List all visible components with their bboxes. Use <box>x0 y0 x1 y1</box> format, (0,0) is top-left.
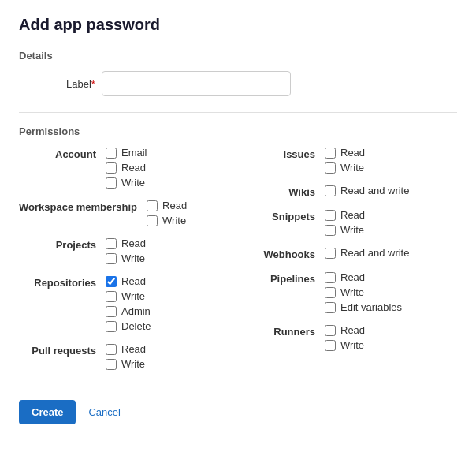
checkbox-label-projects-read[interactable]: Read <box>106 237 146 249</box>
checkbox-label-pipelines-write[interactable]: Write <box>325 286 402 298</box>
checkbox-text-projects-write: Write <box>121 252 145 264</box>
checkbox-repositories-write[interactable] <box>106 291 117 302</box>
checkbox-text-repositories-read: Read <box>121 275 146 287</box>
perm-group-label-webhooks: Webhooks <box>238 247 325 260</box>
checkbox-label-runners-read[interactable]: Read <box>325 324 365 336</box>
checkbox-text-account-read: Read <box>121 162 146 174</box>
checkbox-label-issues-read[interactable]: Read <box>325 147 365 159</box>
checkbox-label-workspace-read[interactable]: Read <box>147 200 187 211</box>
checkbox-pipelines-edit-variables[interactable] <box>325 302 336 313</box>
checkbox-text-projects-read: Read <box>121 237 146 249</box>
perm-checkboxes-webhooks: Read and write <box>325 247 409 259</box>
perm-checkboxes-account: EmailReadWrite <box>106 147 147 189</box>
checkbox-label-pipelines-edit-variables[interactable]: Edit variables <box>325 301 402 313</box>
perm-checkboxes-workspace-membership: ReadWrite <box>147 200 187 226</box>
perm-group-runners: RunnersReadWrite <box>238 324 457 351</box>
permissions-left-column: AccountEmailReadWriteWorkspace membershi… <box>19 147 238 381</box>
checkbox-text-wikis-read-write: Read and write <box>340 185 409 196</box>
checkbox-snippets-write[interactable] <box>325 225 336 236</box>
checkbox-label-repositories-delete[interactable]: Delete <box>106 320 151 332</box>
checkbox-repositories-admin[interactable] <box>106 306 117 317</box>
perm-checkboxes-pull-requests: ReadWrite <box>106 343 146 370</box>
checkbox-issues-write[interactable] <box>325 162 336 174</box>
checkbox-account-read[interactable] <box>106 162 117 174</box>
checkbox-label-issues-write[interactable]: Write <box>325 162 365 174</box>
checkbox-label-repositories-read[interactable]: Read <box>106 275 151 287</box>
perm-group-label-projects: Projects <box>19 237 106 251</box>
checkbox-pipelines-read[interactable] <box>325 272 336 283</box>
perm-group-label-pull-requests: Pull requests <box>19 343 106 357</box>
checkbox-account-email[interactable] <box>106 148 117 159</box>
checkbox-pullreq-write[interactable] <box>106 359 117 370</box>
checkbox-repositories-delete[interactable] <box>106 321 117 332</box>
checkbox-runners-write[interactable] <box>325 340 336 351</box>
checkbox-text-pipelines-read: Read <box>340 271 365 283</box>
checkbox-text-webhooks-read-write: Read and write <box>340 247 409 259</box>
perm-group-webhooks: WebhooksRead and write <box>238 247 457 260</box>
perm-checkboxes-issues: ReadWrite <box>325 147 365 174</box>
checkbox-label-snippets-read[interactable]: Read <box>325 209 365 221</box>
checkbox-label-pipelines-read[interactable]: Read <box>325 271 402 283</box>
checkbox-label-account-write[interactable]: Write <box>106 177 147 189</box>
perm-checkboxes-projects: ReadWrite <box>106 237 146 264</box>
page-title: Add app password <box>19 16 457 34</box>
perm-group-repositories: RepositoriesReadWriteAdminDelete <box>19 275 238 332</box>
checkbox-issues-read[interactable] <box>325 148 336 159</box>
checkbox-text-repositories-delete: Delete <box>121 320 151 332</box>
checkbox-text-issues-write: Write <box>340 162 364 174</box>
label-input[interactable] <box>102 71 291 96</box>
checkbox-account-write[interactable] <box>106 177 117 189</box>
checkbox-label-wikis-read-write[interactable]: Read and write <box>325 185 409 196</box>
checkbox-workspace-write[interactable] <box>147 215 158 226</box>
checkbox-label-snippets-write[interactable]: Write <box>325 224 365 236</box>
checkbox-label-account-email[interactable]: Email <box>106 147 147 159</box>
checkbox-text-pullreq-write: Write <box>121 358 145 370</box>
checkbox-label-workspace-write[interactable]: Write <box>147 215 187 226</box>
checkbox-wikis-read-write[interactable] <box>325 185 336 196</box>
checkbox-label-account-read[interactable]: Read <box>106 162 147 174</box>
checkbox-text-issues-read: Read <box>340 147 365 159</box>
checkbox-label-runners-write[interactable]: Write <box>325 339 365 351</box>
checkbox-projects-read[interactable] <box>106 238 117 249</box>
permissions-section-label: Permissions <box>19 125 457 137</box>
checkbox-label-pullreq-read[interactable]: Read <box>106 343 146 355</box>
checkbox-repositories-read[interactable] <box>106 276 117 287</box>
perm-group-pipelines: PipelinesReadWriteEdit variables <box>238 271 457 313</box>
checkbox-label-projects-write[interactable]: Write <box>106 252 146 264</box>
perm-checkboxes-snippets: ReadWrite <box>325 209 365 236</box>
perm-group-label-wikis: Wikis <box>238 185 325 198</box>
details-section: Details Label* <box>19 50 457 96</box>
checkbox-label-webhooks-read-write[interactable]: Read and write <box>325 247 409 259</box>
checkbox-text-runners-write: Write <box>340 339 364 351</box>
checkbox-snippets-read[interactable] <box>325 210 336 221</box>
perm-group-wikis: WikisRead and write <box>238 185 457 198</box>
checkbox-workspace-read[interactable] <box>147 200 158 211</box>
checkbox-text-account-write: Write <box>121 177 145 189</box>
checkbox-text-snippets-write: Write <box>340 224 364 236</box>
perm-group-label-snippets: Snippets <box>238 209 325 222</box>
cancel-button[interactable]: Cancel <box>85 400 123 424</box>
checkbox-text-runners-read: Read <box>340 324 365 336</box>
checkbox-runners-read[interactable] <box>325 325 336 336</box>
divider <box>19 112 457 113</box>
perm-group-label-runners: Runners <box>238 324 325 338</box>
checkbox-projects-write[interactable] <box>106 253 117 264</box>
checkbox-text-repositories-admin: Admin <box>121 305 151 317</box>
create-button[interactable]: Create <box>19 400 76 424</box>
perm-checkboxes-pipelines: ReadWriteEdit variables <box>325 271 402 313</box>
checkbox-label-pullreq-write[interactable]: Write <box>106 358 146 370</box>
checkbox-pullreq-read[interactable] <box>106 344 117 355</box>
perm-group-pull-requests: Pull requestsReadWrite <box>19 343 238 370</box>
checkbox-webhooks-read-write[interactable] <box>325 248 336 259</box>
checkbox-label-repositories-write[interactable]: Write <box>106 290 151 302</box>
actions-bar: Create Cancel <box>19 400 457 424</box>
checkbox-text-workspace-write: Write <box>162 215 186 226</box>
perm-group-label-workspace-membership: Workspace membership <box>19 200 147 213</box>
checkbox-label-repositories-admin[interactable]: Admin <box>106 305 151 317</box>
checkbox-pipelines-write[interactable] <box>325 287 336 298</box>
perm-checkboxes-runners: ReadWrite <box>325 324 365 351</box>
checkbox-text-pullreq-read: Read <box>121 343 146 355</box>
permissions-right-column: IssuesReadWriteWikisRead and writeSnippe… <box>238 147 457 381</box>
perm-group-workspace-membership: Workspace membershipReadWrite <box>19 200 238 226</box>
perm-group-account: AccountEmailReadWrite <box>19 147 238 189</box>
